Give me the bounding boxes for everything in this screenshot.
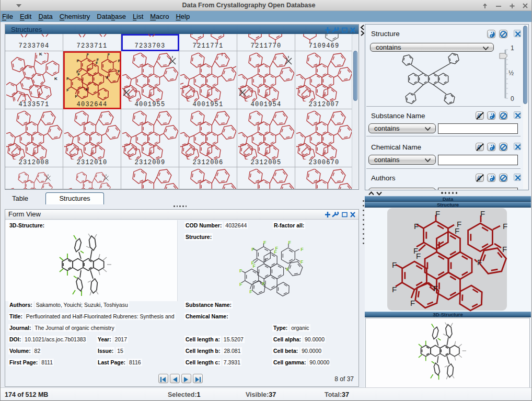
svg-text:F: F <box>274 249 277 255</box>
svg-text:F: F <box>392 285 397 294</box>
svg-text:F: F <box>433 284 438 293</box>
svg-text:F: F <box>249 289 252 294</box>
svg-text:F: F <box>87 53 89 56</box>
svg-text:F: F <box>416 251 421 260</box>
svg-text:F: F <box>300 259 304 265</box>
svg-text:F: F <box>288 240 291 245</box>
svg-text:F: F <box>86 87 88 91</box>
svg-text:F: F <box>455 226 459 235</box>
svg-text:F: F <box>108 53 110 56</box>
svg-text:F: F <box>239 268 242 273</box>
svg-text:F: F <box>410 299 415 307</box>
svg-text:F: F <box>252 263 256 269</box>
svg-text:F: F <box>503 222 507 231</box>
svg-text:F: F <box>118 59 120 62</box>
svg-text:F: F <box>502 245 507 254</box>
svg-text:F: F <box>78 73 80 76</box>
svg-text:F: F <box>251 247 255 252</box>
svg-text:F: F <box>300 247 304 252</box>
svg-text:F: F <box>477 258 482 267</box>
svg-text:F: F <box>239 282 242 287</box>
svg-text:F: F <box>118 70 120 73</box>
svg-text:F: F <box>106 75 108 79</box>
svg-text:F: F <box>480 209 485 218</box>
svg-text:F: F <box>414 222 419 231</box>
svg-text:F: F <box>392 260 397 269</box>
svg-text:F: F <box>96 61 98 64</box>
svg-text:F: F <box>66 77 68 81</box>
svg-text:F: F <box>286 267 290 272</box>
svg-text:F: F <box>75 94 77 98</box>
svg-text:F: F <box>435 209 440 218</box>
svg-text:F: F <box>77 59 79 62</box>
svg-text:F: F <box>262 281 265 287</box>
svg-text:F: F <box>263 240 267 245</box>
svg-text:F: F <box>66 88 68 91</box>
